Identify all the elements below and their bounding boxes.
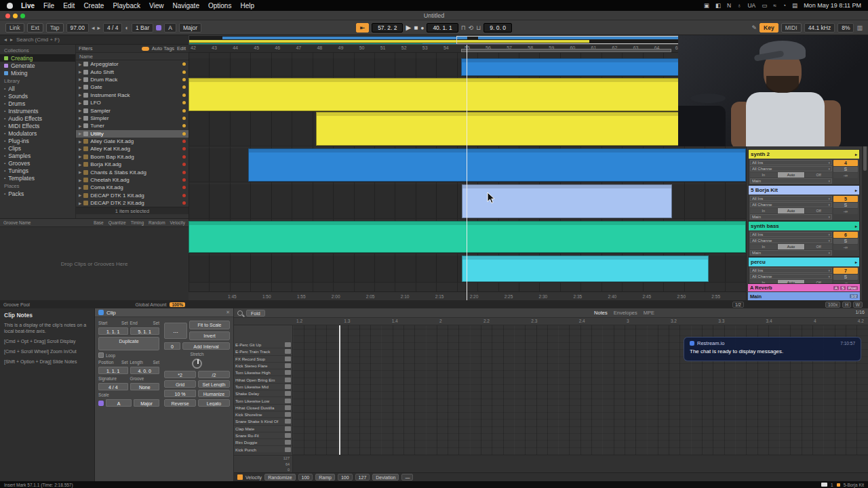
scale-root-menu[interactable]: A: [164, 23, 176, 33]
audio-channel-menu[interactable]: All Channe▾: [750, 166, 832, 171]
ramp-end-field[interactable]: 127: [355, 474, 370, 481]
metronome-button[interactable]: ◐: [125, 24, 128, 31]
pad-preview-chip[interactable]: [285, 419, 291, 424]
groove-column-header[interactable]: Random: [149, 220, 165, 225]
expand-triangle-icon[interactable]: ▶: [79, 147, 81, 151]
arrangement-clip[interactable]: [462, 256, 709, 282]
zoom-control-button[interactable]: W: [853, 302, 863, 308]
unfold-track-icon[interactable]: ▸: [855, 260, 857, 264]
pad-preview-chip[interactable]: [285, 349, 291, 354]
track-arm-number[interactable]: 4: [833, 160, 858, 166]
clip-start-field[interactable]: 1. 1. 1: [98, 327, 128, 335]
track-name-bar[interactable]: synth bass ▸: [749, 222, 859, 230]
search-icon[interactable]: [237, 310, 243, 316]
notification-toast[interactable]: Restream.io 7:10:57 The chat is ready to…: [684, 337, 861, 361]
groove-column-header[interactable]: Quantize: [108, 220, 126, 225]
notion-icon[interactable]: N: [727, 2, 731, 9]
drum-pad-row[interactable]: Tom Likewise Mid: [234, 384, 292, 390]
preset-item[interactable]: ▶ DECAP DTK 1 Kit.adg: [76, 192, 189, 199]
add-interval-button[interactable]: Add Interval: [182, 342, 230, 350]
track-header[interactable]: 5 Borja Kit ▸ All Ins▾ All Channe▾ InAut…: [748, 185, 860, 221]
menu-bar-clock[interactable]: Mon May 19 8:11 PM: [804, 2, 861, 9]
editor-tab[interactable]: Notes: [594, 310, 608, 316]
pad-preview-chip[interactable]: [285, 342, 291, 347]
track-arm-number[interactable]: 5: [833, 196, 858, 202]
expand-triangle-icon[interactable]: ▶: [79, 193, 81, 197]
clip-position-field[interactable]: 1. 1. 1: [98, 367, 128, 374]
solo-button[interactable]: S: [833, 274, 858, 280]
zoom-control-button[interactable]: 100x: [825, 302, 840, 308]
groove-column-header[interactable]: Groove Name: [3, 220, 89, 225]
drum-pad-row[interactable]: Shake Delay: [234, 390, 292, 397]
library-item[interactable]: ▪ Instruments: [0, 107, 75, 115]
library-item[interactable]: ▪ Modulators: [0, 129, 75, 137]
duplicate-button[interactable]: Duplicate: [98, 337, 159, 350]
pad-preview-chip[interactable]: [285, 378, 291, 382]
library-item[interactable]: ▪ Samples: [0, 152, 75, 159]
ramp-start-field[interactable]: 100: [338, 474, 353, 481]
device-item[interactable]: ▶ Sampler: [76, 106, 189, 114]
drum-pad-row[interactable]: Clap Mate: [234, 426, 292, 432]
loop-brace[interactable]: [461, 49, 671, 52]
arrangement-clip-area[interactable]: [189, 53, 746, 291]
track-name-bar[interactable]: 5 Borja Kit ▸: [749, 186, 859, 195]
pad-preview-chip[interactable]: [285, 357, 291, 361]
arrangement-clip[interactable]: [189, 78, 746, 111]
edit-filters-button[interactable]: Edit: [177, 45, 186, 52]
pad-preview-chip[interactable]: [285, 412, 291, 417]
library-item[interactable]: ▪ MIDI Effects: [0, 122, 75, 129]
output-menu[interactable]: Main▾: [750, 178, 832, 184]
library-item[interactable]: ▪ Sounds: [0, 92, 75, 100]
record-button[interactable]: ●: [420, 24, 424, 31]
expand-triangle-icon[interactable]: ▶: [79, 101, 81, 105]
scale-icon[interactable]: [98, 401, 104, 406]
groove-column-header[interactable]: Velocity: [170, 220, 185, 225]
audio-from-menu[interactable]: All Ins▾: [750, 268, 832, 273]
set-length-button[interactable]: Set Length: [198, 380, 230, 388]
drum-pad-row[interactable]: Hihat Closed Dustilla: [234, 405, 292, 411]
monitor-switch[interactable]: InAutoOff: [750, 244, 832, 249]
auto-tags-label[interactable]: Auto Tags: [152, 45, 174, 52]
preset-item[interactable]: ▶ Borja Kit.adg: [76, 161, 189, 168]
clip-length-field[interactable]: 4. 0. 0: [130, 367, 160, 374]
unfold-track-icon[interactable]: ▸: [855, 152, 857, 157]
preset-item[interactable]: ▶ Coma Kit.adg: [76, 184, 189, 191]
expand-triangle-icon[interactable]: ▶: [79, 131, 81, 136]
clip-end-field[interactable]: 5. 1. 1: [130, 327, 160, 335]
output-menu[interactable]: Main▾: [750, 214, 832, 220]
browser-search-input[interactable]: Search (Cmd + F): [16, 37, 60, 43]
end-set-button[interactable]: Set: [153, 321, 159, 325]
wifi-icon[interactable]: ≈: [773, 2, 776, 9]
unfold-track-icon[interactable]: ▸: [855, 188, 857, 192]
device-item[interactable]: ▶ LFO: [76, 99, 189, 106]
audio-channel-menu[interactable]: All Channe▾: [750, 202, 832, 207]
grid-menu[interactable]: Grid: [164, 380, 196, 388]
menu-item[interactable]: Navigate: [172, 2, 199, 9]
zoom-window-button[interactable]: [20, 14, 25, 18]
places-item[interactable]: ▪ Packs: [0, 190, 75, 197]
globe-icon[interactable]: ♁: [737, 2, 741, 9]
browser-forward-button[interactable]: ▸: [10, 37, 13, 43]
humanize-amount-field[interactable]: 10 %: [164, 390, 196, 397]
input-language-indicator[interactable]: UA: [747, 2, 755, 9]
arrangement-clip[interactable]: [248, 148, 746, 182]
device-item[interactable]: ▶ Arpeggiator: [76, 60, 189, 68]
window-controls[interactable]: [5, 14, 25, 18]
auto-tags-toggle[interactable]: [142, 47, 149, 51]
library-item[interactable]: ▪ Tunings: [0, 167, 75, 174]
library-item[interactable]: ▪ Grooves: [0, 159, 75, 167]
groove-pool-dropzone[interactable]: Drop Clips or Grooves Here: [0, 227, 189, 300]
half-tempo-button[interactable]: /2: [198, 371, 230, 378]
track-header[interactable]: synth 2 ▸ All Ins▾ All Channe▾ InAutoOff…: [748, 149, 860, 185]
drum-pad-row[interactable]: E-Perc Git Up: [234, 342, 292, 348]
ext-button[interactable]: Ext: [27, 23, 43, 33]
time-ruler[interactable]: 1:451:501:552:002:052:102:152:202:252:30…: [189, 291, 746, 300]
monitor-switch[interactable]: InAutoOff: [750, 208, 832, 214]
device-item[interactable]: ▶ Simpler: [76, 115, 189, 122]
track-volume-display[interactable]: -∞: [833, 209, 858, 214]
menu-item[interactable]: Options: [208, 2, 231, 9]
draw-mode-button[interactable]: ✎: [752, 24, 757, 31]
pad-preview-chip[interactable]: [285, 405, 291, 410]
library-item[interactable]: ▪ Clips: [0, 144, 75, 152]
keyboard-icon[interactable]: [821, 483, 827, 487]
